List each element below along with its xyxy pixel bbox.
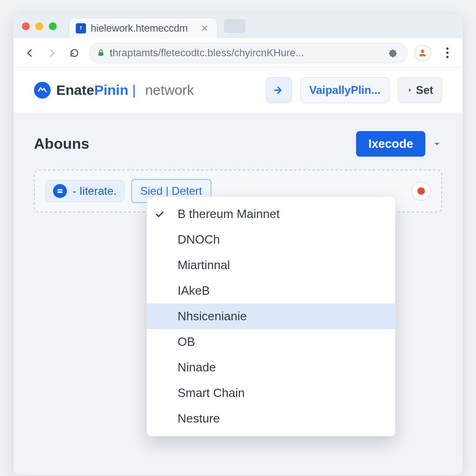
network-option[interactable]: Nhsicenianie — [147, 304, 395, 329]
network-option[interactable]: Smart Chain — [147, 380, 395, 406]
address-url: thraptamts/fletecodtc.bless/chyircnKHure… — [110, 47, 304, 59]
network-option-label: B thereum Mainnet — [178, 207, 280, 221]
tab-close-icon[interactable]: ✕ — [199, 22, 211, 35]
browser-tabstrip: f hielework.htemeccdm ✕ — [13, 14, 463, 38]
network-option-label: OB — [178, 335, 195, 349]
svg-text:f: f — [80, 26, 82, 31]
brand-sub: network — [145, 82, 194, 98]
svg-rect-5 — [58, 191, 63, 192]
svg-point-3 — [421, 49, 424, 53]
network-dropdown-menu: B thereum MainnetDNOChMiartinnalIAkeBNhs… — [146, 196, 396, 436]
network-option[interactable]: DNOCh — [147, 227, 395, 252]
chevron-down-icon[interactable] — [432, 139, 442, 149]
address-bar[interactable]: thraptamts/fletecodtc.bless/chyircnKHure… — [89, 43, 408, 63]
network-select-label: Sied | Detert — [140, 185, 202, 197]
new-tab-button[interactable] — [224, 19, 245, 33]
network-option[interactable]: B thereum Mainnet — [147, 201, 395, 227]
send-icon-button[interactable] — [266, 77, 292, 103]
set-button[interactable]: Set — [398, 77, 442, 103]
back-button[interactable] — [22, 45, 38, 61]
brand-logo-icon — [34, 82, 51, 99]
section-header-row: Abouns Ixecode — [34, 131, 442, 157]
network-option[interactable]: OB — [147, 329, 395, 355]
profile-avatar[interactable] — [414, 45, 431, 61]
app-header: EnatePinin | network VaipallyPlin... Set — [13, 68, 463, 112]
extension-icon[interactable] — [386, 46, 400, 60]
brand-bar: | — [132, 82, 136, 98]
reload-button[interactable] — [66, 45, 82, 61]
close-window-button[interactable] — [22, 22, 30, 30]
section-title: Abouns — [34, 135, 89, 152]
status-indicator[interactable] — [411, 181, 431, 201]
network-option-label: Ninade — [178, 360, 216, 375]
browser-window: f hielework.htemeccdm ✕ thraptamts/flete… — [13, 14, 463, 475]
wallet-chip-label: VaipallyPlin... — [309, 84, 380, 97]
set-button-label: Set — [416, 84, 433, 97]
brand-word-a: Enate — [56, 82, 94, 98]
account-pill-label: - Iiterate. — [73, 185, 117, 198]
network-option[interactable]: Ninade — [147, 355, 395, 380]
primary-action-group: Ixecode — [356, 131, 442, 157]
network-option-label: IAkeB — [178, 284, 210, 298]
network-option[interactable]: IAkeB — [147, 278, 395, 304]
tab-title: hielework.htemeccdm — [91, 22, 188, 34]
account-icon — [53, 184, 67, 198]
lock-icon — [97, 49, 105, 57]
network-option[interactable]: Miartinnal — [147, 252, 395, 278]
brand: EnatePinin | network — [34, 82, 194, 99]
check-icon — [154, 209, 171, 219]
browser-tab[interactable]: f hielework.htemeccdm ✕ — [69, 18, 218, 38]
maximize-window-button[interactable] — [49, 22, 57, 30]
minimize-window-button[interactable] — [35, 22, 43, 30]
browser-toolbar: thraptamts/fletecodtc.bless/chyircnKHure… — [13, 38, 463, 68]
network-option-label: DNOCh — [178, 232, 220, 247]
network-option-label: Miartinnal — [178, 258, 230, 272]
account-pill[interactable]: - Iiterate. — [45, 180, 125, 202]
caret-right-icon — [407, 87, 413, 93]
primary-action-button[interactable]: Ixecode — [356, 131, 425, 157]
network-option-label: Nesture — [178, 411, 220, 426]
status-dot-icon — [417, 187, 425, 195]
forward-button[interactable] — [44, 45, 60, 61]
content-area: Abouns Ixecode - Iiterate. Sied | Detert — [13, 112, 463, 475]
brand-word-b: Pinin — [94, 82, 128, 98]
network-option-label: Nhsicenianie — [178, 309, 247, 324]
wallet-chip[interactable]: VaipallyPlin... — [300, 77, 389, 103]
svg-rect-2 — [99, 52, 104, 56]
window-traffic-lights — [22, 22, 57, 30]
tab-favicon-icon: f — [76, 23, 86, 33]
network-option-label: Smart Chain — [178, 386, 245, 400]
network-option[interactable]: Nesture — [147, 406, 395, 431]
browser-menu-button[interactable] — [440, 47, 454, 58]
